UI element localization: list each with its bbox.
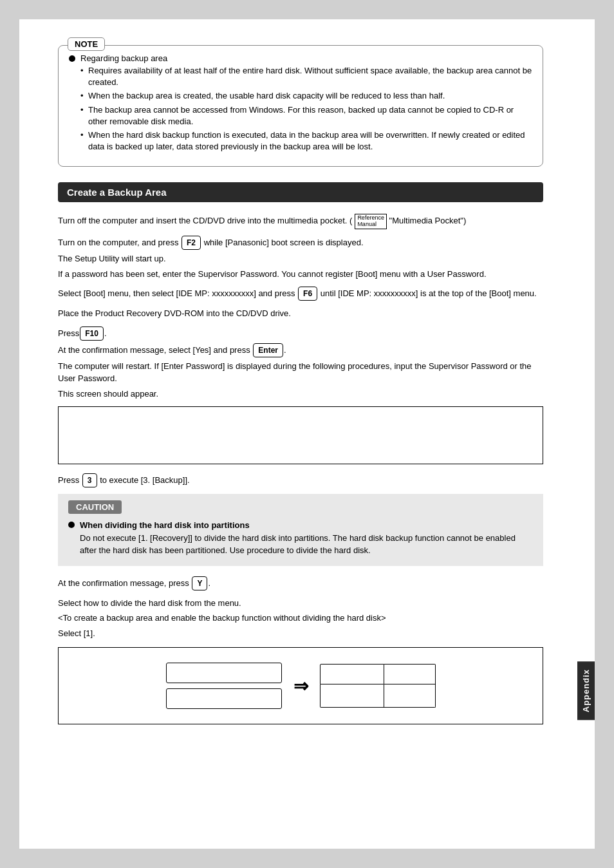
enter-key: Enter (253, 343, 283, 357)
note-main-item: Regarding backup area (80, 53, 167, 63)
screen-box (58, 406, 543, 464)
step-4: Place the Product Recovery DVD-ROM into … (58, 307, 543, 320)
note-sub-item-1: Requires availability of at least half o… (80, 65, 532, 88)
after-caution-line4: Select [1]. (58, 627, 543, 640)
step-1: Turn off the computer and insert the CD/… (58, 214, 543, 229)
after-caution-line1: At the confirmation message, press Y. (58, 576, 543, 590)
after-caution-line3: <To create a backup area and enable the … (58, 612, 543, 625)
after-caution-line2: Select how to divide the hard disk from … (58, 597, 543, 610)
step-6: Press 3 to execute [3. [Backup]]. (58, 473, 543, 487)
y-key: Y (192, 576, 207, 590)
step5-line2: At the confirmation message, select [Yes… (58, 343, 543, 357)
caution-item: When dividing the hard disk into partiti… (68, 519, 533, 557)
ref-icon: ReferenceManual (355, 214, 387, 229)
appendix-tab: Appendix (577, 661, 595, 720)
step2-line2: The Setup Utility will start up. (58, 252, 543, 265)
note-box: NOTE Regarding backup area Requires avai… (58, 45, 543, 167)
f2-key: F2 (181, 236, 201, 250)
content-area: NOTE Regarding backup area Requires avai… (58, 45, 543, 724)
note-sub-item-2: When the backup area is created, the usa… (80, 90, 532, 102)
arrow-symbol: ⇒ (293, 675, 308, 697)
section-header: Create a Backup Area (58, 182, 543, 202)
bullet-icon (69, 55, 75, 62)
disk-after (320, 664, 436, 708)
note-sub-item-4: When the hard disk backup function is ex… (80, 129, 532, 153)
f10-key: F10 (80, 326, 104, 341)
after-caution-2: Select how to divide the hard disk from … (58, 597, 543, 640)
step2-line3: If a password has been set, enter the Su… (58, 268, 543, 281)
caution-text: When dividing the hard disk into partiti… (80, 519, 533, 557)
step6-text: Press 3 to execute [3. [Backup]]. (58, 473, 543, 487)
step5-line3: The computer will restart. If [Enter Pas… (58, 360, 543, 385)
step1-text: Turn off the computer and insert the CD/… (58, 216, 352, 226)
disk-partition-d (384, 684, 436, 708)
disk-partition-c (320, 684, 384, 708)
caution-bullet-icon (68, 522, 75, 528)
step4-text: Place the Product Recovery DVD-ROM into … (58, 307, 543, 320)
disk-after-top (320, 664, 436, 684)
step-3: Select [Boot] menu, then select [IDE MP:… (58, 287, 543, 301)
step-2: Turn on the computer, and press F2 while… (58, 236, 543, 280)
caution-item-title: When dividing the hard disk into partiti… (80, 520, 250, 530)
disk-rect-bottom (166, 688, 282, 709)
disk-partition-a (320, 664, 384, 684)
disk-after-bottom-row (320, 684, 436, 708)
num3-key: 3 (82, 473, 97, 487)
caution-box: CAUTION When dividing the hard disk into… (58, 494, 543, 566)
caution-item-body: Do not execute [1. [Recovery]] to divide… (80, 533, 516, 556)
page: NOTE Regarding backup area Requires avai… (19, 19, 595, 849)
step-5: PressF10. At the confirmation message, s… (58, 326, 543, 465)
note-sub-list: Requires availability of at least half o… (80, 65, 532, 153)
caution-label: CAUTION (68, 500, 122, 514)
section-title: Create a Backup Area (67, 187, 167, 198)
step2-line1: Turn on the computer, and press F2 while… (58, 236, 543, 250)
step5-line4: This screen should appear. (58, 388, 543, 401)
disk-rect-large (166, 663, 282, 683)
disk-before (166, 663, 282, 709)
step3-text: Select [Boot] menu, then select [IDE MP:… (58, 287, 543, 301)
disk-partition-b (384, 664, 436, 684)
step1-sub: "Multimedia Pocket") (387, 216, 466, 226)
step5-line1: PressF10. (58, 326, 543, 341)
after-caution-1: At the confirmation message, press Y. (58, 576, 543, 590)
note-sub-item-3: The backup area cannot be accessed from … (80, 104, 532, 127)
note-label: NOTE (68, 37, 105, 51)
disk-diagram: ⇒ (58, 647, 543, 724)
f6-key: F6 (298, 287, 317, 301)
